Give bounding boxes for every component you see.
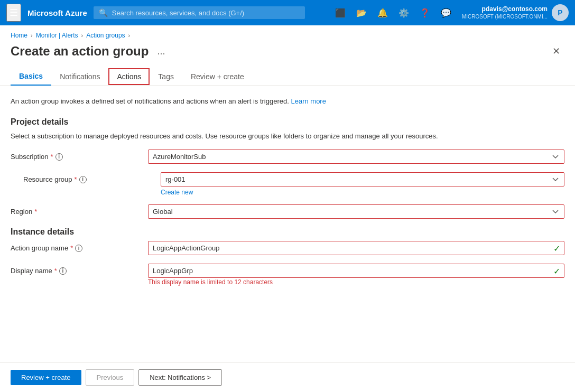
breadcrumb-sep-1: ›	[31, 32, 33, 39]
previous-button[interactable]: Previous	[86, 369, 135, 386]
project-details-title: Project details	[11, 117, 564, 127]
display-name-control: ✓ This display name is limited to 12 cha…	[148, 264, 564, 286]
review-create-button[interactable]: Review + create	[11, 370, 81, 385]
topbar-icon-group: ⬛ 📂 🔔 ⚙️ ❓ 💬	[331, 5, 456, 21]
resource-group-label: Resource group * i	[23, 172, 161, 183]
action-group-name-row: Action group name * i ✓	[11, 241, 564, 255]
page-header: Create an action group ... ✕	[0, 39, 575, 59]
next-notifications-button[interactable]: Next: Notifications >	[138, 369, 222, 386]
breadcrumb-home[interactable]: Home	[11, 32, 27, 39]
display-name-input-wrap: ✓	[148, 264, 564, 278]
ellipsis-button[interactable]: ...	[153, 44, 169, 59]
action-group-name-input[interactable]	[148, 241, 564, 255]
action-group-name-input-wrap: ✓	[148, 241, 564, 255]
tab-basics[interactable]: Basics	[11, 68, 51, 86]
breadcrumb-monitor-alerts[interactable]: Monitor | Alerts	[36, 32, 78, 39]
brand-logo: Microsoft Azure	[27, 8, 87, 17]
footer: Review + create Previous Next: Notificat…	[0, 362, 575, 392]
cloud-shell-icon[interactable]: ⬛	[331, 5, 350, 21]
project-details-desc: Select a subscription to manage deployed…	[11, 131, 564, 142]
resource-group-row: Resource group * i rg-001 Create new	[23, 172, 564, 196]
display-name-label: Display name * i	[11, 264, 148, 275]
action-group-name-label: Action group name * i	[11, 241, 148, 252]
user-name: pdavis@contoso.com	[462, 5, 548, 14]
help-icon[interactable]: ❓	[415, 5, 434, 21]
tab-actions[interactable]: Actions	[108, 68, 150, 85]
tab-bar: Basics Notifications Actions Tags Review…	[0, 59, 575, 86]
action-group-name-control: ✓	[148, 241, 564, 255]
breadcrumb-sep-2: ›	[81, 32, 84, 39]
subscription-required: *	[51, 153, 53, 161]
hamburger-menu-button[interactable]: ☰	[6, 4, 21, 22]
instance-details-title: Instance details	[11, 227, 564, 237]
display-name-input[interactable]	[148, 264, 564, 278]
user-profile[interactable]: pdavis@contoso.com MICROSOFT (MICROSOFT.…	[462, 4, 569, 21]
settings-icon[interactable]: ⚙️	[394, 5, 413, 21]
resource-group-required: *	[75, 175, 77, 183]
create-new-resource-group-link[interactable]: Create new	[161, 189, 564, 196]
tab-notifications[interactable]: Notifications	[51, 68, 108, 85]
action-group-name-check-icon: ✓	[553, 243, 560, 253]
region-row: Region * Global	[11, 204, 564, 219]
feedback-icon[interactable]: 💬	[437, 5, 456, 21]
subscription-row: Subscription * i AzureMonitorSub	[11, 150, 564, 164]
tab-review-create[interactable]: Review + create	[182, 68, 253, 85]
region-required: *	[34, 208, 37, 216]
page-title: Create an action group	[11, 44, 149, 59]
display-name-check-icon: ✓	[553, 266, 560, 276]
user-tenant: MICROSOFT (MICROSOFT.ONMI...	[462, 13, 548, 20]
resource-group-info-icon: i	[79, 176, 87, 183]
region-control: Global	[148, 204, 564, 219]
avatar: P	[552, 4, 569, 21]
learn-more-link[interactable]: Learn more	[291, 97, 326, 105]
info-description: An action group invokes a defined set of…	[11, 96, 564, 107]
tab-tags[interactable]: Tags	[150, 68, 182, 85]
subscription-info-icon: i	[55, 153, 63, 161]
topbar: ☰ Microsoft Azure 🔍 ⬛ 📂 🔔 ⚙️ ❓ 💬 pdavis@…	[0, 0, 575, 25]
breadcrumb-sep-3: ›	[128, 32, 131, 39]
subscription-select[interactable]: AzureMonitorSub	[148, 150, 564, 164]
breadcrumb: Home › Monitor | Alerts › Action groups …	[0, 25, 575, 39]
action-group-name-required: *	[70, 244, 73, 252]
close-button[interactable]: ✕	[548, 43, 564, 59]
char-limit-warning: This display name is limited to 12 chara…	[148, 278, 273, 286]
display-name-info-icon: i	[59, 267, 67, 275]
resource-group-control: rg-001 Create new	[161, 172, 564, 196]
subscription-control: AzureMonitorSub	[148, 150, 564, 164]
action-group-name-info-icon: i	[75, 245, 82, 252]
display-name-required: *	[54, 267, 57, 275]
directory-icon[interactable]: 📂	[352, 5, 371, 21]
breadcrumb-action-groups[interactable]: Action groups	[86, 32, 125, 39]
search-input[interactable]	[112, 9, 300, 17]
search-icon: 🔍	[99, 8, 108, 17]
display-name-row: Display name * i ✓ This display name is …	[11, 264, 564, 286]
content-area: An action group invokes a defined set of…	[0, 86, 575, 362]
notifications-icon[interactable]: 🔔	[373, 5, 392, 21]
subscription-label: Subscription * i	[11, 150, 148, 161]
resource-group-select[interactable]: rg-001	[161, 172, 564, 186]
user-info: pdavis@contoso.com MICROSOFT (MICROSOFT.…	[462, 5, 548, 21]
search-bar: 🔍	[94, 6, 305, 19]
region-select[interactable]: Global	[148, 204, 564, 219]
region-label: Region *	[11, 204, 148, 216]
main-container: Home › Monitor | Alerts › Action groups …	[0, 25, 575, 392]
